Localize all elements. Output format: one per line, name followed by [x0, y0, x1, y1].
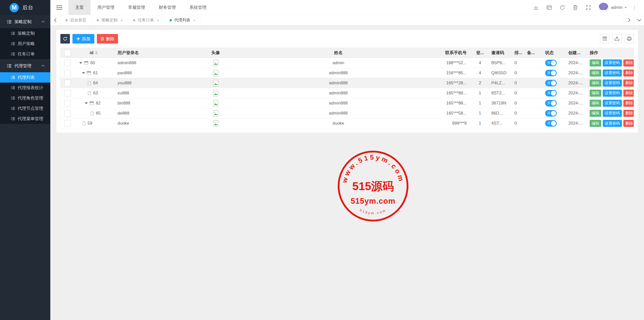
sidebar-item-agent-node[interactable]: 代理节点管理	[0, 103, 50, 114]
card-panel-icon[interactable]	[543, 5, 556, 10]
edit-button[interactable]: 编辑	[590, 80, 601, 87]
tabbar: 后台首页 策略定制× 任务订单× 代理列表×	[50, 15, 644, 25]
delete-row-button[interactable]: 删除	[623, 120, 634, 127]
row-checkbox[interactable]	[64, 80, 71, 86]
edit-button[interactable]: 编辑	[590, 110, 601, 117]
sidebar-item-agent-menu[interactable]: 代理菜单管理	[0, 114, 50, 124]
table-row[interactable]: 65 de888 admin888 165***58... 1 86D... 0…	[61, 108, 634, 118]
row-checkbox[interactable]	[64, 110, 71, 117]
bar-chart-icon[interactable]	[530, 5, 543, 10]
user-avatar[interactable]	[598, 3, 609, 13]
delete-row-button[interactable]: 删除	[623, 90, 634, 97]
refresh-icon[interactable]	[556, 5, 569, 10]
set-password-button[interactable]: 设置密码	[603, 100, 622, 107]
created-cell: 2024-...	[566, 118, 589, 128]
status-toggle[interactable]: 开	[545, 60, 557, 66]
select-all-checkbox[interactable]	[64, 50, 71, 56]
table-row[interactable]: 64 you888 admin888 165***28... 2 P4LZ...…	[61, 78, 634, 88]
nav-user-management[interactable]: 用户管理	[91, 0, 121, 15]
login-count-cell: 1	[471, 108, 489, 118]
sidebar-item-strategy-custom[interactable]: 策略定制	[0, 28, 50, 39]
row-id: 61	[93, 70, 98, 76]
delete-button[interactable]: 删除	[97, 34, 118, 44]
sort-cell: 0	[512, 118, 525, 128]
set-password-button[interactable]: 设置密码	[603, 110, 622, 117]
edit-button[interactable]: 编辑	[590, 90, 601, 97]
row-checkbox[interactable]	[64, 90, 71, 96]
set-password-button[interactable]: 设置密码	[603, 120, 622, 127]
app-logo[interactable]: M 后台	[0, 0, 50, 15]
close-icon[interactable]: ×	[193, 18, 196, 22]
status-toggle[interactable]: 开	[545, 100, 557, 106]
refresh-button[interactable]	[60, 34, 70, 44]
export-icon[interactable]	[612, 34, 622, 43]
tab-strategy-custom[interactable]: 策略定制×	[92, 15, 128, 25]
nav-finance-management[interactable]: 财务管理	[152, 0, 183, 15]
login-count-cell: 4	[471, 58, 489, 68]
delete-row-button[interactable]: 删除	[623, 110, 634, 117]
tab-home[interactable]: 后台首页	[60, 15, 92, 25]
tree-expand-icon[interactable]	[79, 62, 82, 64]
table-row[interactable]: 63 xu888 admin888 165***88... 1 8ST2... …	[61, 88, 634, 98]
nav-system-management[interactable]: 系统管理	[183, 0, 213, 15]
add-button[interactable]: 添加	[72, 34, 94, 44]
tabs-scroll-left-icon[interactable]	[50, 15, 60, 25]
status-toggle[interactable]: 开	[545, 80, 557, 86]
edit-button[interactable]: 编辑	[590, 100, 601, 107]
status-toggle[interactable]: 开	[545, 120, 557, 127]
login-count-cell: 1	[471, 98, 489, 108]
tree-expand-icon[interactable]	[85, 102, 88, 104]
sidebar-item-user-strategy[interactable]: 用户策略	[0, 39, 50, 49]
tree-expand-icon[interactable]	[82, 72, 85, 74]
sidebar-item-agent-report[interactable]: 代理报表统计	[0, 83, 50, 93]
set-password-button[interactable]: 设置密码	[603, 90, 622, 97]
fullscreen-icon[interactable]	[582, 5, 595, 10]
nav-general-management[interactable]: 常规管理	[121, 0, 152, 15]
column-id[interactable]: id	[75, 48, 115, 58]
set-password-button[interactable]: 设置密码	[603, 80, 622, 87]
status-toggle[interactable]: 开	[545, 70, 557, 76]
more-vertical-icon[interactable]: ⋮	[627, 5, 640, 11]
tabs-scroll-right-icon[interactable]	[624, 15, 634, 25]
row-checkbox[interactable]	[64, 100, 71, 106]
tab-agent-list[interactable]: 代理列表×	[165, 15, 201, 25]
sidebar-item-task-order[interactable]: 任务订单	[0, 49, 50, 59]
delete-row-button[interactable]: 删除	[623, 59, 634, 66]
sort-icon[interactable]	[95, 51, 98, 54]
list-icon	[11, 32, 15, 35]
tabs-menu-icon[interactable]	[634, 15, 644, 25]
close-icon[interactable]: ×	[157, 18, 159, 22]
status-toggle[interactable]: 开	[545, 110, 557, 117]
collapse-menu-icon[interactable]	[50, 0, 68, 15]
file-icon	[88, 91, 91, 95]
username[interactable]: admin	[611, 5, 623, 10]
delete-row-button[interactable]: 删除	[623, 69, 634, 77]
set-password-button[interactable]: 设置密码	[603, 59, 622, 66]
delete-row-button[interactable]: 删除	[623, 100, 634, 107]
name-cell: admin888	[246, 88, 431, 98]
edit-button[interactable]: 编辑	[590, 120, 601, 127]
sidebar-section-agent[interactable]: 代理管理	[0, 59, 50, 72]
edit-button[interactable]: 编辑	[590, 59, 601, 66]
tab-task-order[interactable]: 任务订单×	[128, 15, 165, 25]
set-password-button[interactable]: 设置密码	[603, 69, 622, 77]
row-checkbox[interactable]	[64, 60, 71, 66]
close-icon[interactable]: ×	[120, 18, 123, 22]
sidebar-section-strategy[interactable]: 策略定制	[0, 15, 50, 28]
edit-button[interactable]: 编辑	[590, 69, 601, 77]
print-icon[interactable]	[625, 34, 634, 43]
table-row[interactable]: 61 pao888 admin888 156***85... 4 QI6S5D …	[61, 68, 634, 78]
phone-cell: 188***52...	[431, 58, 471, 68]
sidebar-item-agent-list[interactable]: 代理列表	[0, 72, 50, 83]
delete-row-button[interactable]: 删除	[623, 80, 634, 87]
trash-icon[interactable]	[569, 5, 582, 10]
nav-home[interactable]: 主页	[68, 0, 91, 15]
sidebar-item-agent-role[interactable]: 代理角色管理	[0, 93, 50, 103]
table-row[interactable]: 59 duoke duoke 999***9 1 4ST... 0 开 2024…	[61, 118, 634, 128]
status-toggle[interactable]: 开	[545, 90, 557, 96]
table-row[interactable]: 60 admin888 admin 188***52... 4 B5P9... …	[61, 58, 634, 68]
row-checkbox[interactable]	[64, 120, 71, 127]
row-checkbox[interactable]	[64, 70, 71, 76]
table-row[interactable]: 62 bin888 admin888 165***88... 1 36719N …	[61, 98, 634, 108]
columns-filter-icon[interactable]	[600, 34, 609, 43]
